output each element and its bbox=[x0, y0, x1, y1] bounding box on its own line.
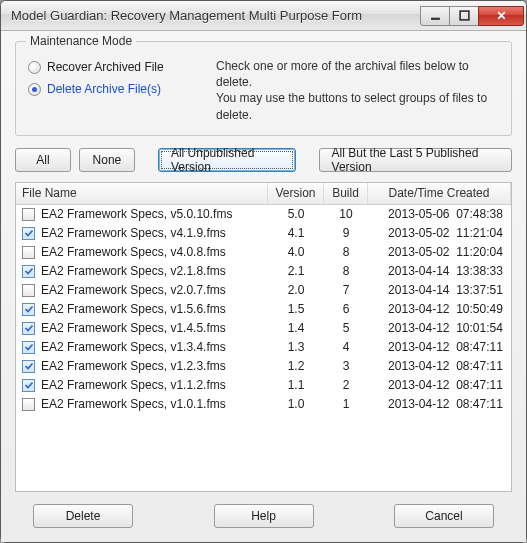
svg-rect-1 bbox=[460, 11, 469, 20]
cell-datetime: 2013-05-02 11:20:04 bbox=[368, 245, 511, 259]
row-checkbox[interactable] bbox=[22, 265, 35, 278]
titlebar[interactable]: Model Guardian: Recovery Management Mult… bbox=[1, 1, 526, 31]
group-legend: Maintenance Mode bbox=[26, 34, 136, 48]
window-controls bbox=[421, 6, 524, 26]
close-icon bbox=[496, 10, 507, 21]
row-checkbox[interactable] bbox=[22, 227, 35, 240]
cancel-button[interactable]: Cancel bbox=[394, 504, 494, 528]
instructions-line: Check one or more of the archival files … bbox=[216, 58, 499, 90]
radio-delete-archive[interactable]: Delete Archive File(s) bbox=[28, 82, 198, 96]
minimize-button[interactable] bbox=[420, 6, 450, 26]
table-row[interactable]: EA2 Framework Specs, v1.3.4.fms1.342013-… bbox=[16, 338, 511, 357]
cell-datetime: 2013-05-06 07:48:38 bbox=[368, 207, 511, 221]
cell-build: 6 bbox=[324, 302, 368, 316]
cell-version: 4.0 bbox=[268, 245, 324, 259]
row-checkbox[interactable] bbox=[22, 322, 35, 335]
client-area: Maintenance Mode Recover Archived File D… bbox=[1, 31, 526, 542]
row-checkbox[interactable] bbox=[22, 341, 35, 354]
maintenance-mode-group: Maintenance Mode Recover Archived File D… bbox=[15, 41, 512, 136]
cell-version: 4.1 bbox=[268, 226, 324, 240]
cell-filename: EA2 Framework Specs, v4.1.9.fms bbox=[41, 226, 226, 240]
cell-version: 2.0 bbox=[268, 283, 324, 297]
window: Model Guardian: Recovery Management Mult… bbox=[0, 0, 527, 543]
row-checkbox[interactable] bbox=[22, 360, 35, 373]
cell-build: 10 bbox=[324, 207, 368, 221]
col-header-version[interactable]: Version bbox=[268, 183, 324, 204]
svg-rect-0 bbox=[431, 18, 440, 20]
cell-filename: EA2 Framework Specs, v1.2.3.fms bbox=[41, 359, 226, 373]
close-button[interactable] bbox=[478, 6, 524, 26]
radio-icon bbox=[28, 61, 41, 74]
cell-filename: EA2 Framework Specs, v1.3.4.fms bbox=[41, 340, 226, 354]
none-button[interactable]: None bbox=[79, 148, 135, 172]
cell-filename: EA2 Framework Specs, v5.0.10.fms bbox=[41, 207, 232, 221]
table-body: EA2 Framework Specs, v5.0.10.fms5.010201… bbox=[16, 205, 511, 491]
cell-version: 1.4 bbox=[268, 321, 324, 335]
table-row[interactable]: EA2 Framework Specs, v4.1.9.fms4.192013-… bbox=[16, 224, 511, 243]
cell-version: 1.1 bbox=[268, 378, 324, 392]
cell-datetime: 2013-04-12 10:01:54 bbox=[368, 321, 511, 335]
cell-filename: EA2 Framework Specs, v1.4.5.fms bbox=[41, 321, 226, 335]
col-header-datetime[interactable]: Date/Time Created bbox=[368, 183, 511, 204]
cell-filename: EA2 Framework Specs, v2.0.7.fms bbox=[41, 283, 226, 297]
radio-label: Delete Archive File(s) bbox=[47, 82, 161, 96]
cell-version: 1.3 bbox=[268, 340, 324, 354]
cell-build: 2 bbox=[324, 378, 368, 392]
radio-icon bbox=[28, 83, 41, 96]
table-row[interactable]: EA2 Framework Specs, v1.0.1.fms1.012013-… bbox=[16, 395, 511, 414]
help-button[interactable]: Help bbox=[214, 504, 314, 528]
table-row[interactable]: EA2 Framework Specs, v1.5.6.fms1.562013-… bbox=[16, 300, 511, 319]
cell-filename: EA2 Framework Specs, v1.0.1.fms bbox=[41, 397, 226, 411]
filter-button-row: All None All Unpublished Version All But… bbox=[15, 148, 512, 172]
all-button[interactable]: All bbox=[15, 148, 71, 172]
cell-datetime: 2013-04-12 08:47:11 bbox=[368, 378, 511, 392]
col-header-filename[interactable]: File Name bbox=[16, 183, 268, 204]
table-row[interactable]: EA2 Framework Specs, v2.1.8.fms2.182013-… bbox=[16, 262, 511, 281]
table-row[interactable]: EA2 Framework Specs, v2.0.7.fms2.072013-… bbox=[16, 281, 511, 300]
cell-filename: EA2 Framework Specs, v2.1.8.fms bbox=[41, 264, 226, 278]
cell-version: 1.0 bbox=[268, 397, 324, 411]
table-row[interactable]: EA2 Framework Specs, v1.4.5.fms1.452013-… bbox=[16, 319, 511, 338]
cell-datetime: 2013-04-12 08:47:11 bbox=[368, 397, 511, 411]
cell-version: 1.2 bbox=[268, 359, 324, 373]
row-checkbox[interactable] bbox=[22, 246, 35, 259]
cell-build: 8 bbox=[324, 245, 368, 259]
cell-filename: EA2 Framework Specs, v4.0.8.fms bbox=[41, 245, 226, 259]
table-row[interactable]: EA2 Framework Specs, v5.0.10.fms5.010201… bbox=[16, 205, 511, 224]
file-table: File Name Version Build Date/Time Create… bbox=[15, 182, 512, 492]
radio-recover-archived[interactable]: Recover Archived File bbox=[28, 60, 198, 74]
cell-datetime: 2013-04-12 08:47:11 bbox=[368, 359, 511, 373]
cell-version: 5.0 bbox=[268, 207, 324, 221]
radio-label: Recover Archived File bbox=[47, 60, 164, 74]
delete-button[interactable]: Delete bbox=[33, 504, 133, 528]
instructions: Check one or more of the archival files … bbox=[216, 56, 499, 123]
table-header: File Name Version Build Date/Time Create… bbox=[16, 183, 511, 205]
maximize-button[interactable] bbox=[449, 6, 479, 26]
cell-datetime: 2013-04-12 08:47:11 bbox=[368, 340, 511, 354]
radio-group: Recover Archived File Delete Archive Fil… bbox=[28, 56, 198, 123]
row-checkbox[interactable] bbox=[22, 284, 35, 297]
col-header-build[interactable]: Build bbox=[324, 183, 368, 204]
footer-buttons: Delete Help Cancel bbox=[15, 504, 512, 528]
window-title: Model Guardian: Recovery Management Mult… bbox=[11, 8, 421, 23]
table-row[interactable]: EA2 Framework Specs, v1.1.2.fms1.122013-… bbox=[16, 376, 511, 395]
cell-filename: EA2 Framework Specs, v1.1.2.fms bbox=[41, 378, 226, 392]
table-row[interactable]: EA2 Framework Specs, v1.2.3.fms1.232013-… bbox=[16, 357, 511, 376]
instructions-line: You may use the buttons to select groups… bbox=[216, 90, 499, 122]
all-unpublished-button[interactable]: All Unpublished Version bbox=[158, 148, 296, 172]
row-checkbox[interactable] bbox=[22, 379, 35, 392]
cell-datetime: 2013-04-14 13:37:51 bbox=[368, 283, 511, 297]
table-row[interactable]: EA2 Framework Specs, v4.0.8.fms4.082013-… bbox=[16, 243, 511, 262]
row-checkbox[interactable] bbox=[22, 398, 35, 411]
cell-build: 8 bbox=[324, 264, 368, 278]
cell-build: 5 bbox=[324, 321, 368, 335]
row-checkbox[interactable] bbox=[22, 303, 35, 316]
all-but-last5-button[interactable]: All But the Last 5 Published Version bbox=[319, 148, 512, 172]
cell-version: 1.5 bbox=[268, 302, 324, 316]
cell-build: 9 bbox=[324, 226, 368, 240]
cell-build: 4 bbox=[324, 340, 368, 354]
cell-filename: EA2 Framework Specs, v1.5.6.fms bbox=[41, 302, 226, 316]
row-checkbox[interactable] bbox=[22, 208, 35, 221]
cell-build: 3 bbox=[324, 359, 368, 373]
cell-build: 1 bbox=[324, 397, 368, 411]
